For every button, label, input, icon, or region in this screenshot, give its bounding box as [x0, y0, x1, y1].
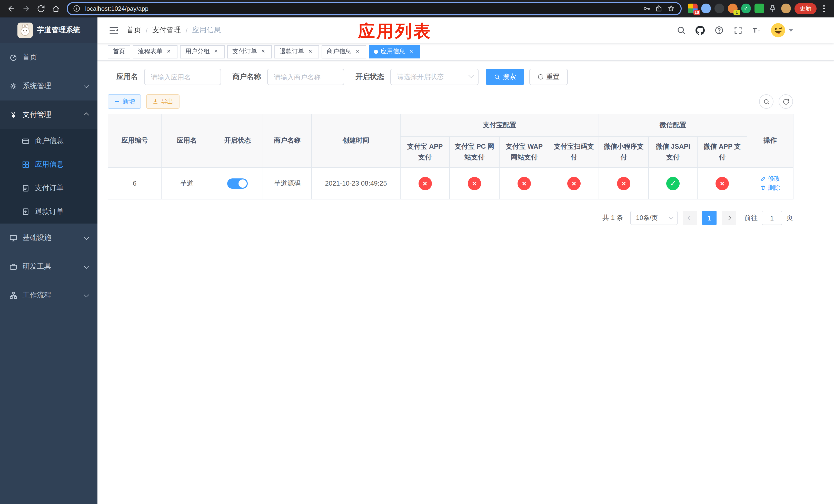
next-page-button[interactable]: [722, 211, 736, 225]
extension-icon-1[interactable]: 10: [688, 4, 698, 13]
top-navbar: 首页 / 支付管理 / 应用信息 应用列表 TT: [97, 18, 834, 43]
browser-forward-button[interactable]: [19, 2, 33, 15]
tab-process-form[interactable]: 流程表单: [133, 45, 177, 58]
col-header-app-name: 应用名: [161, 114, 212, 167]
app-title: 芋道管理系统: [37, 26, 80, 35]
chevron-down-icon: [84, 292, 89, 297]
search-button[interactable]: 搜索: [486, 69, 524, 85]
tab-user-group[interactable]: 用户分组: [180, 45, 225, 58]
page-number-1[interactable]: 1: [702, 211, 717, 225]
tab-app-info[interactable]: 应用信息: [369, 45, 420, 58]
merchant-name-input[interactable]: [267, 69, 344, 85]
extension-icon-3[interactable]: [715, 4, 724, 13]
app-shell: 芋道管理系统 首页 系统管理 支付管理: [0, 18, 834, 504]
password-key-icon[interactable]: [643, 4, 651, 13]
sidebar-item-pay-order[interactable]: 支付订单: [0, 176, 97, 200]
browser-reload-button[interactable]: [34, 2, 48, 15]
help-icon[interactable]: [714, 25, 725, 36]
app-logo: [17, 23, 32, 38]
extensions-pin-icon[interactable]: [768, 4, 777, 13]
user-avatar-menu[interactable]: [770, 23, 793, 38]
col-header-alipay-qr: 支付宝扫码支付: [549, 137, 599, 167]
chevron-down-icon: [668, 214, 674, 219]
chevron-down-icon: [84, 83, 89, 88]
sidebar-toggle-icon[interactable]: [105, 22, 123, 39]
url-bar[interactable]: localhost:1024/pay/app: [67, 2, 682, 15]
sidebar: 芋道管理系统 首页 系统管理 支付管理: [0, 18, 97, 504]
status-label: 开启状态: [355, 72, 384, 82]
page-annotation-title: 应用列表: [358, 20, 432, 43]
alipay-pc-status-icon: ×: [468, 177, 481, 190]
extension-icon-5[interactable]: ✓: [741, 4, 751, 13]
wechat-mini-status-icon: ×: [617, 177, 630, 190]
cell-app-id: 6: [108, 167, 161, 199]
browser-menu-icon[interactable]: [820, 3, 828, 14]
browser-home-button[interactable]: [49, 2, 63, 15]
tags-view: 首页 流程表单 用户分组 支付订单 退款订单 商户信息 应用信息: [97, 43, 834, 61]
edit-link[interactable]: 修改: [760, 174, 780, 183]
font-size-icon[interactable]: TT: [751, 25, 763, 36]
close-icon[interactable]: [165, 48, 172, 55]
goto-page-input[interactable]: [762, 211, 782, 225]
active-tab-dot: [374, 49, 378, 53]
sidebar-item-refund-order[interactable]: 退款订单: [0, 200, 97, 224]
cell-create-time: 2021-10-23 08:49:25: [312, 167, 400, 199]
status-select[interactable]: 请选择开启状态: [390, 69, 479, 85]
reset-button[interactable]: 重置: [529, 69, 568, 85]
extension-icon-2[interactable]: [701, 4, 711, 13]
extension-icon-6[interactable]: [754, 4, 764, 13]
table-toolbar: 新增 导出: [108, 94, 793, 109]
tab-pay-order[interactable]: 支付订单: [227, 45, 272, 58]
add-button[interactable]: 新增: [108, 94, 141, 109]
site-info-icon[interactable]: [73, 4, 81, 13]
browser-back-button[interactable]: [4, 2, 18, 15]
prev-page-button[interactable]: [683, 211, 697, 225]
tab-merchant-info[interactable]: 商户信息: [322, 45, 366, 58]
search-icon: [494, 74, 500, 80]
status-toggle[interactable]: [227, 178, 248, 188]
sidebar-logo-bar[interactable]: 芋道管理系统: [0, 18, 97, 43]
payment-submenu: 商户信息 应用信息 支付订单 退款订单: [0, 129, 97, 224]
extension-icon-4[interactable]: 1: [728, 4, 738, 13]
group-header-wechat: 微信配置: [599, 114, 747, 137]
grid-icon: [22, 160, 30, 169]
search-icon[interactable]: [676, 25, 687, 36]
close-icon[interactable]: [354, 48, 361, 55]
fullscreen-icon[interactable]: [732, 25, 744, 36]
page-size-select[interactable]: 10条/页: [630, 211, 678, 225]
sidebar-item-home[interactable]: 首页: [0, 43, 97, 72]
close-icon[interactable]: [212, 48, 220, 55]
sidebar-item-workflow[interactable]: 工作流程: [0, 281, 97, 310]
sidebar-item-merchant-info[interactable]: 商户信息: [0, 129, 97, 153]
bookmark-star-icon[interactable]: [667, 4, 676, 13]
app-name-input[interactable]: [144, 69, 221, 85]
avatar: [770, 23, 786, 38]
sidebar-menu: 首页 系统管理 支付管理 商户信息: [0, 43, 97, 310]
sidebar-item-payment[interactable]: 支付管理: [0, 100, 97, 129]
workflow-icon: [9, 291, 18, 299]
breadcrumb-home[interactable]: 首页: [127, 26, 141, 35]
sidebar-item-dev-tools[interactable]: 研发工具: [0, 252, 97, 281]
browser-toolbar: localhost:1024/pay/app 10 1 ✓ 更新: [0, 0, 834, 18]
sidebar-item-infrastructure[interactable]: 基础设施: [0, 224, 97, 252]
sidebar-item-app-info[interactable]: 应用信息: [0, 153, 97, 176]
breadcrumb-payment[interactable]: 支付管理: [152, 26, 181, 35]
svg-text:T: T: [758, 29, 760, 33]
tab-home[interactable]: 首页: [108, 45, 130, 58]
share-icon[interactable]: [655, 4, 663, 13]
col-header-app-id: 应用编号: [108, 114, 161, 167]
delete-link[interactable]: 删除: [760, 183, 780, 192]
browser-update-button[interactable]: 更新: [794, 3, 816, 14]
refresh-table-button[interactable]: [778, 94, 793, 109]
sidebar-item-system[interactable]: 系统管理: [0, 72, 97, 100]
close-icon[interactable]: [260, 48, 267, 55]
github-icon[interactable]: [695, 25, 706, 36]
extension-badge: 1: [733, 10, 740, 15]
hide-search-button[interactable]: [759, 94, 773, 109]
close-icon[interactable]: [307, 48, 314, 55]
tab-refund-order[interactable]: 退款订单: [275, 45, 319, 58]
close-icon[interactable]: [408, 48, 415, 55]
export-button[interactable]: 导出: [146, 94, 179, 109]
col-header-status: 开启状态: [212, 114, 263, 167]
extension-icon-7[interactable]: [781, 4, 791, 13]
